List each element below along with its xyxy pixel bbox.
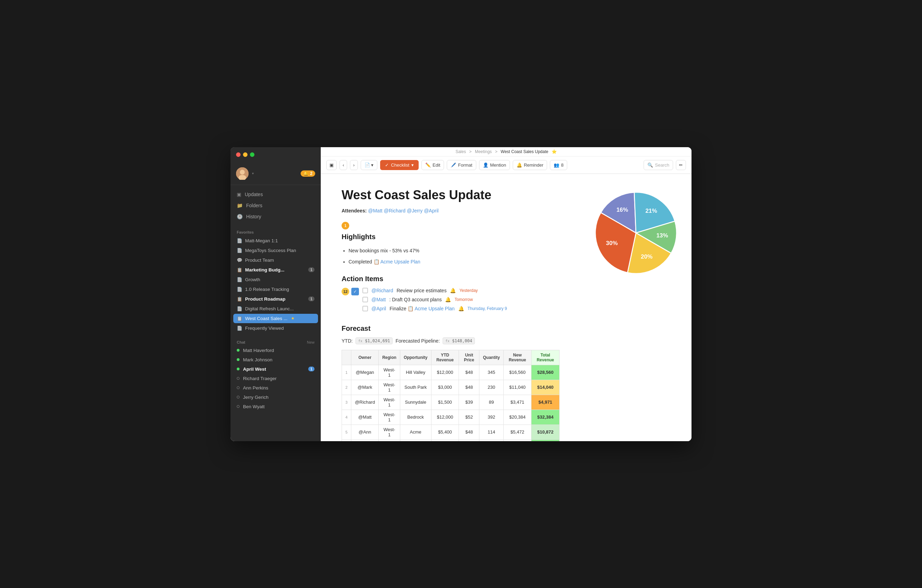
doc-type-button[interactable]: 📄 ▾ bbox=[361, 160, 378, 170]
maximize-button[interactable] bbox=[250, 152, 255, 157]
sidebar-item-frequently-viewed[interactable]: 📄 Frequently Viewed bbox=[233, 323, 318, 333]
team-icon: 👥 bbox=[554, 162, 559, 168]
action-assignee-1[interactable]: @Richard bbox=[371, 288, 393, 293]
sidebar-item-west-coast-sales[interactable]: 📋 West Coast Sales ... ★ bbox=[233, 314, 318, 323]
format-button[interactable]: 🖊️ Format bbox=[447, 160, 476, 170]
table-row: 3@RichardWest-1Sunnydale$1,500$3989$3,47… bbox=[342, 395, 559, 410]
offline-indicator bbox=[237, 396, 240, 399]
sidebar-item-growth[interactable]: 📄 Growth bbox=[233, 275, 318, 284]
sidebar: ▾ 🔔 2 ▣ Updates 📁 Folders 🕐 History Fav bbox=[230, 147, 321, 441]
row-unit-price: $39 bbox=[459, 395, 479, 410]
notification-badge[interactable]: 🔔 2 bbox=[301, 170, 315, 177]
row-owner[interactable]: @Megan bbox=[351, 365, 379, 380]
sidebar-item-history[interactable]: 🕐 History bbox=[233, 211, 318, 222]
reminder-icon: 🔔 bbox=[517, 162, 522, 168]
marketing-budget-badge: 1 bbox=[308, 267, 314, 272]
highlights-section: 1 Highlights New bookings mix - 53% vs 4… bbox=[342, 222, 559, 266]
row-owner[interactable]: @Matt bbox=[351, 410, 379, 425]
mention-icon: 👤 bbox=[483, 162, 489, 168]
sidebar-item-marketing-budget[interactable]: 📋 Marketing Budg... 1 bbox=[233, 265, 318, 274]
row-opportunity: Gotham bbox=[400, 439, 431, 441]
new-doc-button[interactable]: ✏ bbox=[676, 160, 686, 170]
row-unit-price: $48 bbox=[459, 380, 479, 395]
row-opportunity: Hill Valley bbox=[400, 365, 431, 380]
doc-icon: 📄 bbox=[237, 277, 242, 282]
row-total-revenue: $28,560 bbox=[531, 365, 559, 380]
sidebar-item-updates[interactable]: ▣ Updates bbox=[233, 189, 318, 199]
pie-label: 16% bbox=[616, 207, 628, 213]
chat-item-april[interactable]: April West 1 bbox=[230, 364, 321, 374]
forward-button[interactable]: › bbox=[350, 160, 358, 170]
chat-item-ben[interactable]: Ben Wyatt bbox=[230, 402, 321, 411]
action-check-badge: ✓ bbox=[351, 288, 359, 296]
sidebar-item-folders[interactable]: 📁 Folders bbox=[233, 200, 318, 211]
highlights-badge: 1 bbox=[342, 222, 349, 229]
close-button[interactable] bbox=[236, 152, 240, 157]
chat-item-richard[interactable]: Richard Traeger bbox=[230, 374, 321, 383]
row-opportunity: South Park bbox=[400, 380, 431, 395]
avatar[interactable] bbox=[236, 167, 248, 180]
ytd-value: fx $1,024,691 bbox=[355, 337, 393, 344]
reminder-button[interactable]: 🔔 Reminder bbox=[513, 160, 547, 170]
back-button[interactable]: ‹ bbox=[340, 160, 347, 170]
row-region: West-1 bbox=[379, 380, 400, 395]
row-owner[interactable]: @Richard bbox=[351, 395, 379, 410]
action-checkbox-2[interactable] bbox=[363, 297, 368, 302]
search-box[interactable]: 🔍 Search bbox=[644, 160, 673, 170]
checklist-button[interactable]: ✓ Checklist ▾ bbox=[380, 160, 418, 170]
action-items-section: Action Items 12 ✓ @Richard Review price … bbox=[342, 275, 559, 315]
acme-upsale-link[interactable]: 📋 Acme Upsale Plan bbox=[374, 259, 420, 265]
chat-item-matt[interactable]: Matt Haverford bbox=[230, 346, 321, 355]
row-owner[interactable]: @Ann bbox=[351, 425, 379, 439]
user-profile-row[interactable]: ▾ 🔔 2 bbox=[230, 162, 321, 185]
chat-item-mark[interactable]: Mark Johnson bbox=[230, 355, 321, 364]
col-header-quantity: Quantity bbox=[479, 350, 504, 365]
pipeline-value: fx $148,004 bbox=[443, 337, 475, 344]
attendees-line: Attendees: @Matt @Richard @Jerry @April bbox=[342, 208, 559, 214]
sidebar-item-product-roadmap[interactable]: 📋 Product Roadmap 1 bbox=[233, 294, 318, 304]
action-assignee-2[interactable]: @Matt bbox=[371, 297, 386, 302]
row-region: West-1 bbox=[379, 425, 400, 439]
row-total-revenue: $14,040 bbox=[531, 380, 559, 395]
highlight-item-1: New bookings mix - 53% vs 47% bbox=[348, 246, 559, 255]
sidebar-item-release-tracking[interactable]: 📄 1.0 Release Tracking bbox=[233, 285, 318, 294]
chat-item-jerry[interactable]: Jerry Gerich bbox=[230, 393, 321, 402]
sidebar-item-matt-megan[interactable]: 📄 Matt-Megan 1:1 bbox=[233, 236, 318, 245]
doc-icon: 📄 bbox=[237, 238, 242, 243]
action-checkbox-1[interactable] bbox=[363, 288, 368, 293]
sidebar-item-megatoys[interactable]: 📄 MegaToys Success Plan bbox=[233, 246, 318, 255]
sidebar-item-digital-refresh[interactable]: 📄 Digital Refresh Launc... bbox=[233, 304, 318, 314]
due-icon-3: 🔔 bbox=[458, 306, 464, 311]
doc-icon: 📄 bbox=[237, 306, 242, 311]
team-button[interactable]: 👥 8 bbox=[550, 160, 567, 170]
row-new-revenue: $16,560 bbox=[504, 365, 531, 380]
minimize-button[interactable] bbox=[243, 152, 247, 157]
action-checkbox-3[interactable] bbox=[363, 306, 368, 311]
row-num: 3 bbox=[342, 395, 351, 410]
row-owner[interactable]: @Mark bbox=[351, 380, 379, 395]
row-quantity: 89 bbox=[479, 395, 504, 410]
action-assignee-3[interactable]: @April bbox=[371, 306, 386, 311]
action-item-badges: 12 ✓ bbox=[342, 288, 359, 296]
row-total-revenue: $32,384 bbox=[531, 410, 559, 425]
row-unit-price: $36 bbox=[459, 439, 479, 441]
chat-section-header: Chat New bbox=[230, 337, 321, 346]
edit-button[interactable]: ✏️ Edit bbox=[422, 160, 444, 170]
sidebar-toggle-button[interactable]: ▣ bbox=[326, 160, 337, 170]
col-header-num bbox=[342, 350, 351, 365]
attendees-mentions[interactable]: @Matt @Richard @Jerry @April bbox=[368, 208, 438, 214]
row-unit-price: $48 bbox=[459, 425, 479, 439]
mention-button[interactable]: 👤 Mention bbox=[479, 160, 510, 170]
action-count-badge: 12 bbox=[342, 288, 349, 296]
doc-icon: 📄 bbox=[237, 248, 242, 253]
row-owner[interactable]: @Jerry bbox=[351, 439, 379, 441]
action-text-2: : Draft Q3 account plans bbox=[389, 297, 441, 302]
table-row: 5@AnnWest-1Acme$5,400$48114$5,472$10,872 bbox=[342, 425, 559, 439]
forecast-table: Owner Region Opportunity YTD Revenue Uni… bbox=[342, 350, 559, 441]
nav-section: ▣ Updates 📁 Folders 🕐 History bbox=[230, 185, 321, 226]
pie-label: 21% bbox=[645, 207, 657, 214]
sidebar-item-product-team[interactable]: 💬 Product Team bbox=[233, 255, 318, 265]
row-unit-price: $48 bbox=[459, 365, 479, 380]
due-icon-1: 🔔 bbox=[450, 288, 456, 293]
chat-item-ann[interactable]: Ann Perkins bbox=[230, 383, 321, 393]
